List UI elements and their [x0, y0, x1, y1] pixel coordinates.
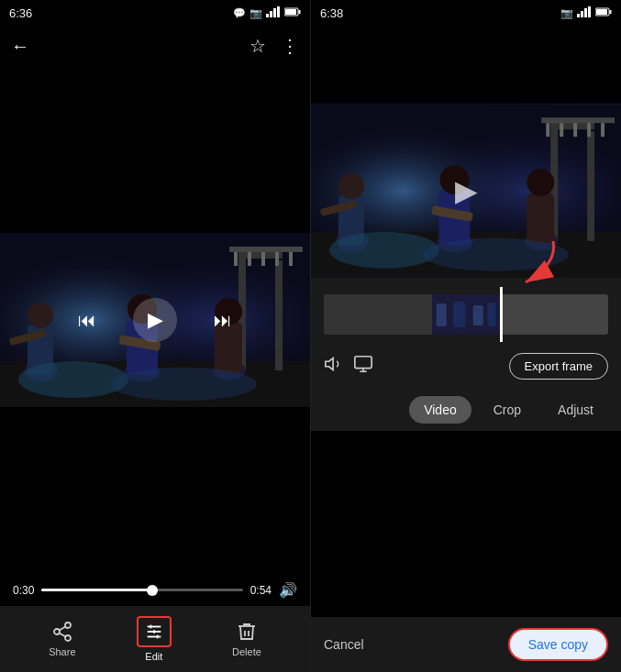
svg-rect-16: [248, 252, 251, 266]
svg-rect-46: [584, 8, 587, 17]
svg-rect-50: [596, 9, 607, 15]
edit-icon-wrapper: [137, 616, 172, 647]
svg-rect-80: [453, 302, 465, 327]
svg-line-36: [59, 633, 65, 637]
right-volume-icon[interactable]: [324, 354, 344, 379]
timeline-scrubber[interactable]: [500, 287, 503, 342]
progress-row: 0:30 0:54 🔊: [13, 581, 297, 599]
screen-icon[interactable]: [353, 354, 373, 379]
svg-rect-14: [229, 247, 303, 252]
play-button[interactable]: ▶: [133, 298, 177, 342]
svg-rect-17: [261, 252, 265, 266]
export-frame-button[interactable]: Export frame: [509, 353, 608, 380]
timeline-right: [500, 294, 608, 335]
left-status-icons: 💬 📷: [233, 6, 301, 19]
svg-rect-82: [487, 303, 495, 326]
timeline-thumbnails: [432, 294, 500, 335]
right-black-bar-top: [311, 26, 621, 104]
camera-icon: 📷: [250, 7, 262, 19]
right-status-icons: 📷: [560, 6, 612, 19]
edit-label: Edit: [145, 651, 162, 662]
volume-icon[interactable]: 🔊: [279, 581, 297, 599]
svg-rect-49: [610, 10, 612, 14]
message-icon: 💬: [233, 7, 246, 19]
progress-fill: [41, 589, 152, 591]
right-camera-icon: 📷: [560, 7, 573, 19]
svg-point-32: [110, 368, 257, 401]
svg-rect-44: [577, 14, 580, 17]
save-copy-button[interactable]: Save copy: [508, 628, 608, 661]
right-video-thumbnail: ▶: [311, 104, 621, 278]
left-bottom-bar: Share Edit: [0, 606, 310, 672]
left-video-thumbnail[interactable]: ⏮ ▶ ⏭: [0, 233, 310, 407]
current-time: 0:30: [13, 584, 34, 597]
left-video-area: ⏮ ▶ ⏭: [0, 66, 310, 574]
svg-marker-83: [326, 358, 333, 370]
tab-crop[interactable]: Crop: [479, 396, 536, 424]
left-status-bar: 6:36 💬 📷: [0, 0, 310, 26]
share-action[interactable]: Share: [49, 621, 75, 657]
svg-point-22: [28, 303, 53, 328]
svg-rect-81: [472, 305, 482, 325]
svg-rect-18: [275, 252, 279, 266]
svg-rect-84: [355, 357, 371, 369]
delete-action[interactable]: Delete: [232, 621, 261, 657]
share-icon: [51, 621, 73, 643]
battery-icon: [284, 7, 301, 18]
total-time: 0:54: [250, 584, 272, 597]
right-play-overlay: ▶: [455, 173, 478, 208]
delete-label: Delete: [232, 646, 261, 657]
svg-point-66: [338, 173, 364, 199]
left-panel: 6:36 💬 📷 ← ☆ ⋮: [0, 0, 310, 672]
left-top-toolbar: ← ☆ ⋮: [0, 26, 310, 66]
more-options-button[interactable]: ⋮: [281, 35, 299, 57]
cancel-button[interactable]: Cancel: [324, 637, 364, 652]
svg-rect-0: [266, 14, 269, 17]
svg-rect-3: [277, 6, 280, 17]
svg-rect-19: [289, 252, 293, 266]
right-panel: 6:38 📷: [310, 0, 621, 672]
svg-rect-63: [601, 123, 604, 137]
bottom-action-row: Cancel Save copy: [311, 617, 621, 672]
fast-forward-button[interactable]: ⏭: [214, 310, 232, 331]
tab-adjust[interactable]: Adjust: [543, 396, 608, 424]
svg-rect-5: [299, 10, 301, 14]
svg-rect-56: [587, 131, 594, 241]
controls-row: Export frame: [311, 344, 621, 389]
svg-rect-79: [436, 303, 446, 326]
svg-rect-12: [275, 260, 283, 370]
svg-rect-60: [560, 123, 563, 137]
timeline-section: [311, 278, 621, 344]
right-panel-content: Export frame Video Crop Adjust Cancel Sa…: [311, 278, 621, 672]
svg-point-34: [54, 629, 60, 634]
timeline-bar[interactable]: [324, 294, 608, 335]
rewind-button[interactable]: ⏮: [78, 310, 96, 331]
tab-row: Video Crop Adjust: [311, 389, 621, 431]
svg-rect-15: [234, 252, 238, 266]
share-label: Share: [49, 646, 75, 657]
svg-rect-59: [546, 123, 549, 137]
edit-action[interactable]: Edit: [137, 616, 172, 662]
red-arrow-svg: [471, 237, 562, 287]
svg-rect-47: [588, 6, 591, 17]
right-time: 6:38: [320, 6, 343, 20]
right-status-bar: 6:38 📷: [311, 0, 621, 26]
progress-thumb[interactable]: [147, 585, 158, 596]
back-button[interactable]: ←: [11, 36, 29, 57]
star-button[interactable]: ☆: [250, 35, 266, 57]
svg-point-73: [527, 169, 554, 196]
play-controls: ⏮ ▶ ⏭: [78, 298, 232, 342]
progress-bar[interactable]: [41, 589, 242, 591]
svg-rect-6: [285, 9, 296, 15]
svg-rect-62: [587, 123, 591, 137]
svg-rect-58: [541, 117, 615, 123]
right-signal-icon: [577, 6, 592, 19]
edit-icon: [144, 622, 164, 642]
left-time: 6:36: [9, 6, 32, 20]
progress-section: 0:30 0:54 🔊: [0, 574, 310, 606]
signal-icon: [266, 6, 281, 19]
tab-video[interactable]: Video: [409, 396, 471, 424]
svg-point-31: [18, 361, 128, 398]
svg-rect-1: [270, 11, 272, 17]
right-video-area[interactable]: ▶: [311, 104, 621, 278]
